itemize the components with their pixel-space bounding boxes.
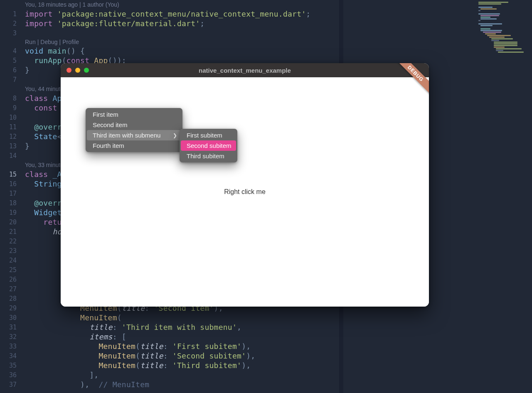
line-number: 15	[0, 171, 25, 178]
code-text: MenuItem(title: 'Third subitem'),	[25, 361, 251, 370]
code-line[interactable]: 30 MenuItem(	[0, 313, 341, 322]
code-line[interactable]: 3	[0, 28, 341, 38]
line-number: 14	[0, 152, 25, 160]
line-number: 21	[0, 228, 25, 236]
line-number: 31	[0, 324, 25, 331]
line-number: 23	[0, 247, 25, 255]
minimap[interactable]	[476, 2, 530, 56]
line-number: 16	[0, 180, 25, 188]
line-number: 13	[0, 142, 25, 150]
line-number: 1	[0, 10, 25, 18]
code-line[interactable]: 37 ), // MenuItem	[0, 380, 341, 389]
submenu-item[interactable]: Third subitem	[181, 151, 236, 161]
submenu-item-label: Third subitem	[187, 152, 224, 160]
line-number: 18	[0, 199, 25, 207]
line-number: 10	[0, 114, 25, 121]
menu-item[interactable]: First item	[87, 109, 181, 120]
body-placeholder-text: Right click me	[224, 188, 266, 196]
chevron-right-icon: ❯	[173, 133, 177, 138]
line-number: 3	[0, 29, 25, 37]
window-titlebar[interactable]: native_context_menu_example	[61, 63, 429, 77]
code-text: void main() {	[25, 47, 85, 55]
code-text: }	[25, 66, 30, 74]
code-text: ), // MenuItem	[25, 380, 149, 389]
line-number: 4	[0, 47, 25, 55]
submenu-item[interactable]: Second subitem	[181, 140, 236, 151]
line-number: 35	[0, 362, 25, 369]
code-text: MenuItem(	[25, 313, 122, 322]
codelens-profile[interactable]: Profile	[62, 39, 79, 45]
code-text: import 'package:flutter/material.dart';	[25, 19, 204, 28]
line-number: 32	[0, 333, 25, 341]
menu-item[interactable]: Fourth item	[87, 140, 181, 151]
code-text: title: 'Third item with submenu',	[25, 323, 241, 332]
line-number: 27	[0, 285, 25, 293]
line-number: 36	[0, 371, 25, 379]
line-number: 29	[0, 305, 25, 312]
line-number: 8	[0, 95, 25, 102]
code-line[interactable]: 36 ],	[0, 370, 341, 380]
line-number: 33	[0, 343, 25, 350]
code-text: }	[25, 142, 30, 150]
line-number: 11	[0, 123, 25, 131]
code-line[interactable]: 2import 'package:flutter/material.dart';	[0, 19, 341, 28]
line-number: 20	[0, 219, 25, 226]
line-number: 7	[0, 76, 25, 84]
window-title: native_context_menu_example	[61, 67, 429, 74]
line-number: 25	[0, 266, 25, 274]
codelens-run[interactable]: Run	[25, 39, 36, 45]
code-line[interactable]: 35 MenuItem(title: 'Third subitem'),	[0, 361, 341, 370]
code-line[interactable]: 31 title: 'Third item with submenu',	[0, 322, 341, 332]
line-number: 26	[0, 276, 25, 283]
line-number: 12	[0, 133, 25, 140]
app-window: native_context_menu_example Right click …	[61, 63, 429, 307]
code-text: MenuItem(title: 'Second subitem'),	[25, 351, 255, 360]
code-line[interactable]: 1import 'package:native_context_menu/nat…	[0, 9, 341, 19]
line-number: 6	[0, 66, 25, 74]
code-text: hom	[25, 227, 66, 236]
submenu-item-label: First subitem	[187, 132, 222, 139]
codelens[interactable]: Run| Debug| Profile	[0, 38, 341, 46]
line-number: 17	[0, 190, 25, 197]
menu-item-label: Fourth item	[93, 142, 124, 149]
menu-item-label: First item	[93, 111, 118, 118]
line-number: 2	[0, 20, 25, 27]
line-number: 28	[0, 295, 25, 302]
line-number: 19	[0, 209, 25, 216]
code-text: items: [	[25, 332, 126, 341]
code-text: import 'package:native_context_menu/nati…	[25, 10, 310, 18]
context-menu[interactable]: First itemSecond itemThird item with sub…	[86, 108, 182, 152]
lens-author-0: You, 18 minutes ago | 1 author (You)	[0, 0, 341, 9]
line-number: 30	[0, 314, 25, 322]
code-line[interactable]: 33 MenuItem(title: 'First subitem'),	[0, 341, 341, 351]
code-line[interactable]: 4void main() {	[0, 46, 341, 56]
menu-item[interactable]: Second item	[87, 120, 181, 130]
context-submenu[interactable]: First subitemSecond subitemThird subitem	[180, 129, 237, 162]
line-number: 5	[0, 57, 25, 64]
line-number: 24	[0, 257, 25, 264]
menu-item[interactable]: Third item with submenu❯	[87, 130, 181, 140]
line-number: 37	[0, 381, 25, 388]
line-number: 9	[0, 104, 25, 112]
submenu-item[interactable]: First subitem	[181, 130, 236, 140]
code-text: MenuItem(title: 'First subitem'),	[25, 342, 251, 351]
code-text: ],	[25, 371, 99, 379]
menu-item-label: Second item	[93, 121, 127, 128]
line-number: 34	[0, 352, 25, 360]
code-line[interactable]: 32 items: [	[0, 332, 341, 341]
menu-item-label: Third item with submenu	[93, 132, 160, 139]
submenu-item-label: Second subitem	[187, 142, 232, 149]
code-line[interactable]: 34 MenuItem(title: 'Second subitem'),	[0, 351, 341, 361]
codelens-debug[interactable]: Debug	[40, 39, 57, 45]
line-number: 22	[0, 238, 25, 245]
